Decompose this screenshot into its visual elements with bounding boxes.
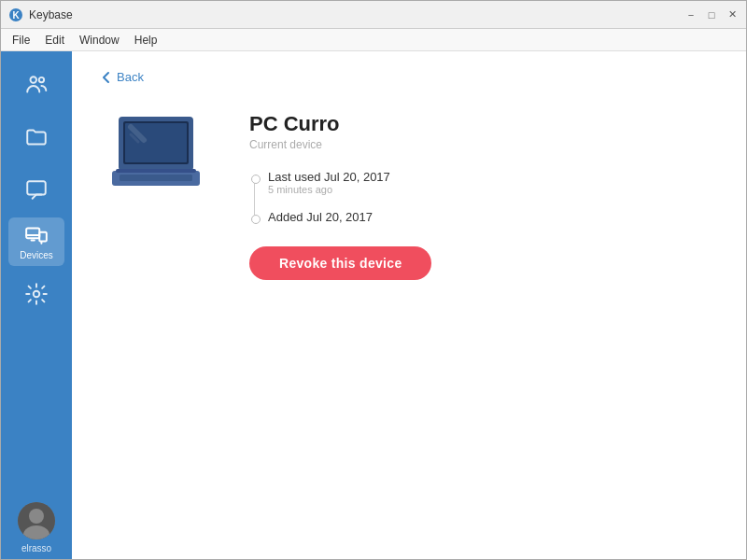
device-timeline: Last used Jul 20, 2017 5 minutes ago Add… xyxy=(249,170,718,224)
menu-window[interactable]: Window xyxy=(72,32,127,49)
app-title: Keybase xyxy=(29,8,684,21)
laptop-icon xyxy=(105,112,207,196)
avatar[interactable] xyxy=(18,502,55,539)
menu-file[interactable]: File xyxy=(5,32,37,49)
device-icon-area xyxy=(100,112,212,196)
revoke-button[interactable]: Revoke this device xyxy=(249,246,431,280)
sidebar-item-folder[interactable] xyxy=(8,113,64,161)
timeline-dot-1 xyxy=(251,175,261,184)
svg-point-3 xyxy=(39,77,44,82)
back-arrow-icon xyxy=(100,71,113,84)
app-icon: K xyxy=(8,7,23,22)
menu-help[interactable]: Help xyxy=(127,32,165,49)
device-subtitle: Current device xyxy=(249,138,718,151)
sidebar-item-settings[interactable] xyxy=(8,270,64,318)
back-button[interactable]: Back xyxy=(100,70,144,84)
device-detail: PC Curro Current device Last used Jul 20… xyxy=(100,112,718,280)
svg-text:K: K xyxy=(12,10,20,21)
folder-icon xyxy=(24,125,49,149)
timeline-dot-2 xyxy=(251,215,261,224)
last-used-sub: 5 minutes ago xyxy=(268,184,718,195)
svg-rect-15 xyxy=(116,169,196,173)
avatar-icon xyxy=(18,502,55,539)
svg-point-2 xyxy=(31,77,37,83)
svg-rect-5 xyxy=(26,228,39,238)
app-body: Devices elrasso Back xyxy=(1,51,746,560)
close-button[interactable]: ✕ xyxy=(726,8,739,21)
svg-point-9 xyxy=(29,509,44,524)
window-controls: − □ ✕ xyxy=(684,8,739,21)
maximize-button[interactable]: □ xyxy=(705,8,718,21)
content-area: Back xyxy=(72,51,746,560)
device-info: PC Curro Current device Last used Jul 20… xyxy=(249,112,718,280)
menu-bar: File Edit Window Help xyxy=(1,29,746,51)
menu-edit[interactable]: Edit xyxy=(37,32,72,49)
svg-rect-6 xyxy=(39,232,47,242)
minimize-button[interactable]: − xyxy=(684,8,698,21)
svg-rect-4 xyxy=(27,181,46,194)
device-name: PC Curro xyxy=(249,112,718,136)
settings-icon xyxy=(24,282,49,306)
svg-point-7 xyxy=(34,291,40,298)
added-main: Added Jul 20, 2017 xyxy=(268,210,718,224)
svg-rect-17 xyxy=(142,175,170,179)
chat-icon xyxy=(24,177,49,202)
sidebar: Devices elrasso xyxy=(1,51,72,560)
title-bar: K Keybase − □ ✕ xyxy=(1,1,746,29)
devices-icon xyxy=(24,223,49,247)
sidebar-bottom: elrasso xyxy=(18,502,55,553)
last-used-main: Last used Jul 20, 2017 xyxy=(268,170,718,184)
sidebar-devices-label: Devices xyxy=(20,250,53,260)
sidebar-item-chat[interactable] xyxy=(8,165,64,214)
sidebar-item-people[interactable] xyxy=(8,61,64,109)
username-label: elrasso xyxy=(21,543,51,553)
people-icon xyxy=(24,73,49,97)
sidebar-item-devices[interactable]: Devices xyxy=(8,217,64,266)
timeline-item-last-used: Last used Jul 20, 2017 5 minutes ago xyxy=(268,170,718,195)
timeline-item-added: Added Jul 20, 2017 xyxy=(268,210,718,224)
